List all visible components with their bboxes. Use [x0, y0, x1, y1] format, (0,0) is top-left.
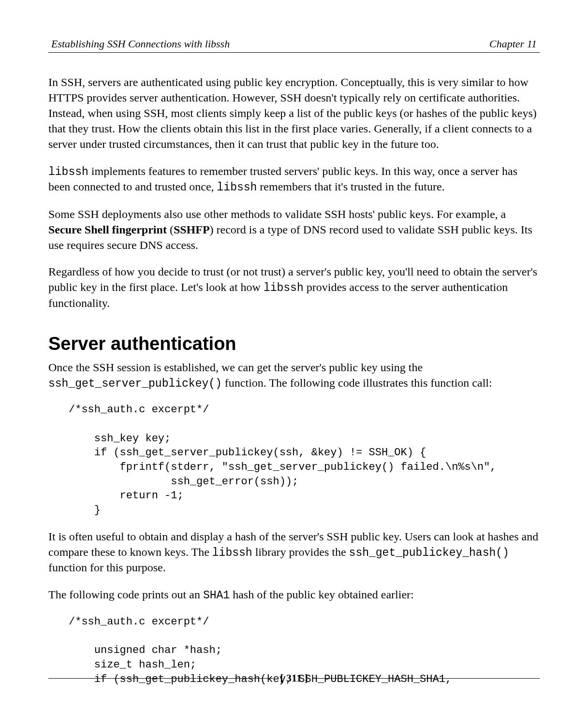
bold-term: Secure Shell fingerprint: [48, 223, 167, 236]
footer-rule-right: [315, 678, 540, 679]
text: function. The following code illustrates…: [222, 377, 492, 389]
inline-code: ssh_get_server_publickey(): [48, 377, 222, 390]
page: Establishing SSH Connections with libssh…: [0, 0, 588, 725]
text: The following code prints out an: [48, 588, 203, 601]
body-paragraph: libssh implements features to remember t…: [48, 164, 540, 195]
inline-code: libssh: [264, 282, 304, 294]
text: Once the SSH session is established, we …: [48, 361, 423, 374]
inline-code: libssh: [48, 166, 88, 178]
footer-rule-left: [48, 678, 273, 679]
code-block: /*ssh_auth.c excerpt*/ ssh_key key; if (…: [69, 403, 540, 518]
body-paragraph: Some SSH deployments also use other meth…: [48, 207, 540, 253]
text: remembers that it's trusted in the futur…: [257, 180, 444, 193]
header-right: Chapter 11: [489, 38, 537, 50]
body-paragraph: It is often useful to obtain and display…: [48, 529, 540, 576]
body-paragraph: The following code prints out an SHA1 ha…: [48, 587, 540, 603]
text: (: [167, 223, 174, 236]
inline-code: libssh: [217, 181, 257, 194]
body-paragraph: Once the SSH session is established, we …: [48, 360, 540, 391]
text: function for this purpose.: [48, 561, 166, 574]
header-left: Establishing SSH Connections with libssh: [51, 38, 230, 50]
text: In SSH, servers are authenticated using …: [48, 76, 537, 150]
body-paragraph: In SSH, servers are authenticated using …: [48, 75, 540, 152]
text: library provides the: [252, 546, 349, 558]
text: hash of the public key obtained earlier:: [230, 588, 414, 601]
running-header: Establishing SSH Connections with libssh…: [48, 38, 540, 53]
page-footer: [ 311 ]: [48, 672, 540, 684]
text: Some SSH deployments also use other meth…: [48, 208, 506, 220]
inline-code: SHA1: [203, 589, 230, 602]
page-number: [ 311 ]: [273, 672, 314, 684]
inline-code: ssh_get_publickey_hash(): [349, 547, 509, 559]
inline-code: libssh: [212, 547, 252, 559]
section-heading: Server authentication: [48, 334, 540, 354]
body-paragraph: Regardless of how you decide to trust (o…: [48, 264, 540, 311]
bold-term: SSHFP: [174, 223, 210, 236]
